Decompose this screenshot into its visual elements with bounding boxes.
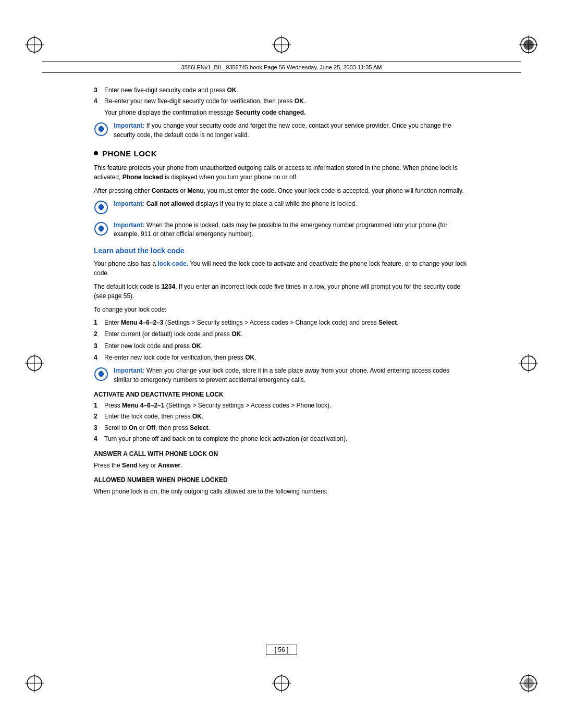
top-bar: 3586i.ENv1_BIL_9356745.book Page 56 Wedn… [42, 61, 521, 73]
note-box-4: Important: When you change your lock cod… [94, 366, 469, 385]
note-text-4: Important: When you change your lock cod… [114, 366, 469, 385]
reg-mark-tl [25, 35, 44, 54]
activate-step-3: 3 Scroll to On or Off, then press Select… [94, 424, 469, 433]
reg-mark-tr [519, 35, 538, 54]
learn-step-num-3: 3 [94, 342, 104, 351]
bullet-dot [94, 151, 98, 155]
pre-step-3-text: Enter new five-digit security code and p… [104, 86, 469, 95]
reg-mark-bc [272, 674, 291, 693]
activate-step-1: 1 Press Menu 4–6–2–1 (Settings > Securit… [94, 401, 469, 410]
note-icon-3 [94, 221, 111, 238]
page-number: [ 56 ] [266, 645, 298, 655]
learn-para1: Your phone also has a lock code. You wil… [94, 259, 469, 278]
note-icon-1 [94, 122, 111, 139]
pre-step-4: 4 Re-enter your new five-digit security … [94, 97, 469, 106]
pre-step-4-text: Re-enter your new five-digit security co… [104, 97, 469, 106]
main-content: 3 Enter new five-digit security code and… [94, 86, 469, 624]
note-text-2: Important: Call not allowed displays if … [114, 200, 469, 208]
learn-step-1-text: Enter Menu 4–6–2–3 (Settings > Security … [104, 318, 469, 327]
note-icon-4 [94, 367, 111, 384]
phone-lock-para2: After pressing either Contacts or Menu, … [94, 186, 469, 195]
answer-call-text: Press the Send key or Answer. [94, 461, 469, 470]
confirmation-line: Your phone displays the confirmation mes… [104, 108, 469, 117]
activate-step-4-text: Turn your phone off and back on to compl… [104, 435, 469, 443]
note-icon-2 [94, 200, 111, 217]
learn-step-num-4: 4 [94, 353, 104, 362]
pre-steps: 3 Enter new five-digit security code and… [94, 86, 469, 140]
learn-step-3: 3 Enter new lock code and press OK. [94, 342, 469, 351]
reg-mark-ml [25, 354, 44, 375]
learn-lock-code-heading: Learn about the lock code [94, 246, 469, 255]
activate-step-num-3: 3 [94, 424, 104, 433]
activate-step-4: 4 Turn your phone off and back on to com… [94, 435, 469, 443]
step-num-4: 4 [94, 97, 104, 106]
note-box-3: Important: When the phone is locked, cal… [94, 221, 469, 239]
activate-step-num-1: 1 [94, 401, 104, 410]
activate-step-3-text: Scroll to On or Off, then press Select. [104, 424, 469, 433]
reg-mark-bl [25, 674, 44, 693]
activate-step-1-text: Press Menu 4–6–2–1 (Settings > Security … [104, 401, 469, 410]
activate-step-num-2: 2 [94, 412, 104, 421]
learn-para2: The default lock code is 1234. If you en… [94, 282, 469, 301]
allowed-number-text: When phone lock is on, the only outgoing… [94, 487, 469, 496]
step-num-3: 3 [94, 86, 104, 95]
phone-lock-para1: This feature protects your phone from un… [94, 163, 469, 182]
learn-step-1: 1 Enter Menu 4–6–2–3 (Settings > Securit… [94, 318, 469, 327]
note-text-1: Important: If you change your security c… [114, 121, 469, 140]
learn-step-4: 4 Re-enter new lock code for verificatio… [94, 353, 469, 362]
note-text-3: Important: When the phone is locked, cal… [114, 221, 469, 239]
reg-mark-br [519, 674, 538, 693]
file-info: 3586i.ENv1_BIL_9356745.book Page 56 Wedn… [181, 64, 382, 70]
reg-mark-mr [519, 354, 538, 375]
learn-step-2-text: Enter current (or default) lock code and… [104, 330, 469, 339]
learn-step-4-text: Re-enter new lock code for verification,… [104, 353, 469, 362]
activate-heading: ACTIVATE AND DEACTIVATE PHONE LOCK [94, 391, 469, 398]
learn-step-3-text: Enter new lock code and press OK. [104, 342, 469, 351]
activate-step-2: 2 Enter the lock code, then press OK. [94, 412, 469, 421]
bottom-bar: [ 56 ] [42, 645, 521, 655]
phone-lock-title: PHONE LOCK [102, 149, 157, 158]
allowed-number-heading: ALLOWED NUMBER WHEN PHONE LOCKED [94, 476, 469, 484]
learn-para3: To change your lock code: [94, 305, 469, 314]
learn-step-num-2: 2 [94, 330, 104, 339]
reg-mark-tc [272, 35, 291, 54]
note-box-2: Important: Call not allowed displays if … [94, 200, 469, 217]
learn-step-2: 2 Enter current (or default) lock code a… [94, 330, 469, 339]
learn-step-num-1: 1 [94, 318, 104, 327]
answer-call-heading: ANSWER A CALL WITH PHONE LOCK ON [94, 450, 469, 458]
pre-step-3: 3 Enter new five-digit security code and… [94, 86, 469, 95]
phone-lock-heading: PHONE LOCK [94, 149, 469, 158]
activate-step-2-text: Enter the lock code, then press OK. [104, 412, 469, 421]
activate-step-num-4: 4 [94, 435, 104, 443]
note-box-1: Important: If you change your security c… [94, 121, 469, 140]
